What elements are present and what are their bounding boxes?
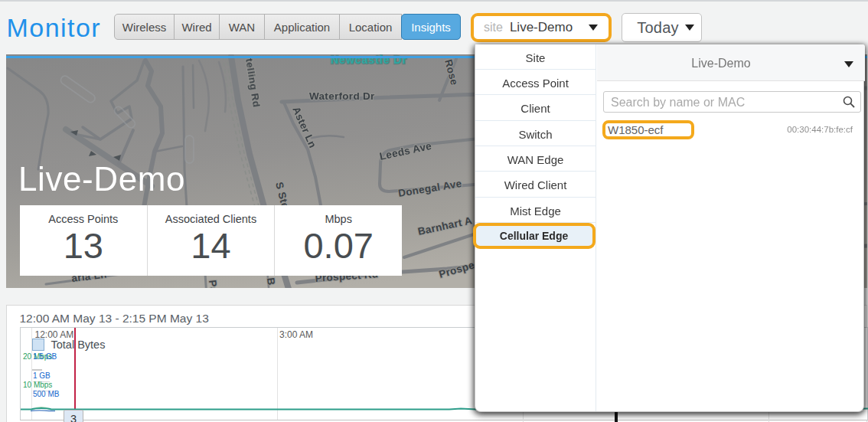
svg-text:B: B <box>265 277 277 286</box>
svg-text:Pa: Pa <box>207 280 220 288</box>
svg-text:Waterford Dr: Waterford Dr <box>309 90 375 102</box>
